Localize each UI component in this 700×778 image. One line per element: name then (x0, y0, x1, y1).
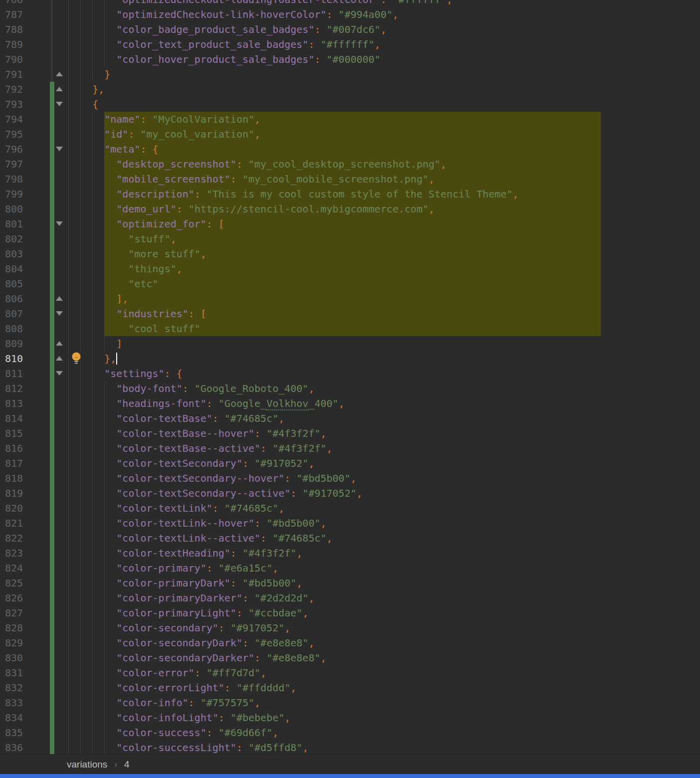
vcs-change-marker (50, 605, 54, 620)
code-line[interactable]: 816"color-textBase--active": "#4f3f2f", (0, 441, 700, 456)
vcs-change-marker (50, 82, 54, 97)
line-number: 810 (0, 351, 23, 366)
code-line[interactable]: 790"color_hover_product_sale_badges": "#… (0, 52, 700, 67)
code-line[interactable]: 818"color-textSecondary--hover": "#bd5b0… (0, 471, 700, 486)
fold-down-icon[interactable] (56, 221, 63, 226)
vcs-change-marker (50, 201, 54, 216)
breadcrumb-item-index[interactable]: 4 (124, 759, 130, 770)
code-line[interactable]: 788"color_badge_product_sale_badges": "#… (0, 22, 700, 37)
line-number: 807 (0, 306, 23, 321)
fold-up-icon[interactable] (56, 356, 63, 361)
fold-down-icon[interactable] (56, 371, 63, 376)
code-line[interactable]: 813"headings-font": "Google_Volkhov_400"… (0, 396, 700, 411)
code-text: }, (68, 82, 104, 97)
code-text: "industries": [ (68, 306, 206, 321)
line-number: 812 (0, 381, 23, 396)
code-text: "color-info": "#757575", (68, 695, 260, 710)
line-number: 827 (0, 605, 23, 620)
code-text: "color-primaryLight": "#ccbdae", (68, 605, 309, 620)
code-line[interactable]: 791} (0, 67, 700, 82)
code-line[interactable]: 809] (0, 336, 700, 351)
code-line[interactable]: 817"color-textSecondary": "#917052", (0, 456, 700, 471)
code-line[interactable]: 789"color_text_product_sale_badges": "#f… (0, 37, 700, 52)
code-text: "color-textBase--hover": "#4f3f2f", (68, 426, 327, 441)
vcs-change-marker (50, 261, 54, 276)
code-line[interactable]: 836"color-successLight": "#d5ffd8", (0, 740, 700, 754)
code-line[interactable]: 823"color-textHeading": "#4f3f2f", (0, 546, 700, 561)
code-line[interactable]: 820"color-textLink": "#74685c", (0, 501, 700, 516)
vcs-change-marker (50, 635, 54, 650)
vcs-change-marker (50, 456, 54, 471)
code-text: "color-secondaryDark": "#e8e8e8", (68, 635, 315, 650)
code-text: "color-errorLight": "#ffdddd", (68, 680, 297, 695)
line-number: 788 (0, 22, 23, 37)
code-text: "color-textLink--hover": "#bd5b00", (68, 516, 327, 531)
code-text: "stuff", (68, 231, 176, 246)
vcs-change-marker (50, 321, 54, 336)
vcs-change-marker (51, 22, 53, 37)
line-number: 834 (0, 710, 23, 725)
code-line[interactable]: 793{ (0, 97, 700, 112)
fold-down-icon[interactable] (56, 102, 63, 106)
code-line[interactable]: 831"color-error": "#ff7d7d", (0, 665, 700, 680)
code-text: "color-successLight": "#d5ffd8", (68, 740, 309, 754)
code-editor[interactable]: 786"optimizedCheckout-loadingToaster-tex… (0, 0, 700, 754)
code-text: "etc" (68, 276, 159, 291)
code-line[interactable]: 812"body-font": "Google_Roboto_400", (0, 381, 700, 396)
line-number: 815 (0, 426, 23, 441)
line-number: 821 (0, 516, 23, 531)
vcs-change-marker (50, 740, 54, 754)
code-text: "color-primaryDarker": "#2d2d2d", (68, 590, 315, 605)
code-line[interactable]: 786"optimizedCheckout-loadingToaster-tex… (0, 0, 700, 7)
line-number: 804 (0, 261, 23, 276)
code-line[interactable]: 821"color-textLink--hover": "#bd5b00", (0, 516, 700, 531)
vcs-change-marker (50, 501, 54, 516)
code-line[interactable]: 826"color-primaryDarker": "#2d2d2d", (0, 590, 700, 605)
vcs-change-marker (50, 157, 54, 172)
vcs-change-marker (50, 620, 54, 635)
fold-up-icon[interactable] (56, 72, 63, 76)
code-line[interactable]: 814"color-textBase": "#74685c", (0, 411, 700, 426)
intention-lightbulb-icon[interactable] (70, 352, 82, 365)
code-text: "color-textSecondary": "#917052", (68, 456, 315, 471)
fold-up-icon[interactable] (56, 296, 63, 301)
line-number: 800 (0, 201, 23, 216)
code-line[interactable]: 825"color-primaryDark": "#bd5b00", (0, 576, 700, 590)
code-line[interactable]: 829"color-secondaryDark": "#e8e8e8", (0, 635, 700, 650)
code-line[interactable]: 810}, (0, 351, 700, 366)
code-line[interactable]: 835"color-success": "#69d66f", (0, 725, 700, 740)
code-line[interactable]: 811"settings": { (0, 366, 700, 381)
code-line[interactable]: 830"color-secondaryDarker": "#e8e8e8", (0, 650, 700, 665)
code-line[interactable]: 827"color-primaryLight": "#ccbdae", (0, 605, 700, 620)
vcs-change-marker (50, 142, 54, 157)
vcs-change-marker (50, 486, 54, 501)
code-line[interactable]: 787"optimizedCheckout-link-hoverColor": … (0, 7, 700, 22)
fold-down-icon[interactable] (56, 147, 63, 151)
line-number: 822 (0, 531, 23, 546)
fold-up-icon[interactable] (56, 341, 63, 346)
breadcrumb-item-variations[interactable]: variations (67, 759, 107, 770)
code-line[interactable]: 834"color-infoLight": "#bebebe", (0, 710, 700, 725)
fold-down-icon[interactable] (56, 311, 63, 316)
code-text: "meta": { (68, 142, 159, 157)
vcs-change-marker (50, 665, 54, 680)
code-line[interactable]: 832"color-errorLight": "#ffdddd", (0, 680, 700, 695)
code-line[interactable]: 833"color-info": "#757575", (0, 695, 700, 710)
bottom-accent-bar (0, 774, 700, 778)
code-line[interactable]: 828"color-secondary": "#917052", (0, 620, 700, 635)
code-text: "color-textBase": "#74685c", (68, 411, 285, 426)
code-line[interactable]: 822"color-textLink--active": "#74685c", (0, 531, 700, 546)
code-line[interactable]: 819"color-textSecondary--active": "#9170… (0, 486, 700, 501)
fold-up-icon[interactable] (56, 87, 63, 91)
code-text: "color-error": "#ff7d7d", (68, 665, 266, 680)
vcs-change-marker (51, 7, 53, 22)
code-line[interactable]: 815"color-textBase--hover": "#4f3f2f", (0, 426, 700, 441)
code-text: "body-font": "Google_Roboto_400", (68, 381, 315, 396)
code-line[interactable]: 792}, (0, 82, 700, 97)
vcs-change-marker (50, 441, 54, 456)
code-text: "mobile_screenshot": "my_cool_mobile_scr… (68, 172, 435, 187)
code-line[interactable]: 824"color-primary": "#e6a15c", (0, 561, 700, 576)
code-text: "headings-font": "Google_Volkhov_400", (68, 396, 345, 411)
vcs-change-marker (50, 710, 54, 725)
code-text: "settings": { (68, 366, 182, 381)
